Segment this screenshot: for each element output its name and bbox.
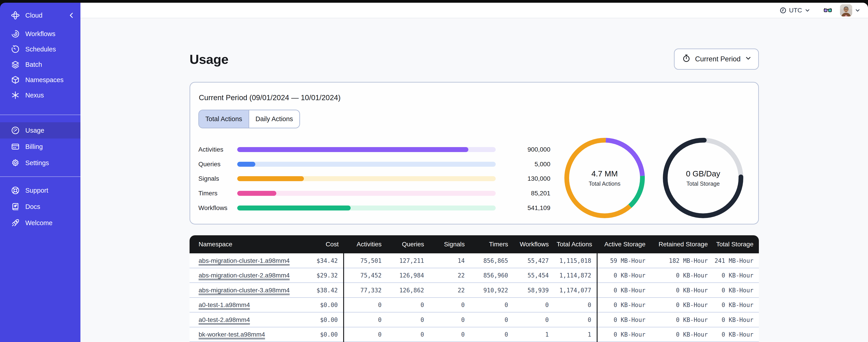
bar-track (237, 162, 496, 167)
namespace-link[interactable]: a0-test-2.a98mm4 (198, 316, 250, 324)
column-header-workflows: Workflows (514, 241, 554, 248)
donut-value: 0 GB/Day (686, 169, 720, 178)
sidebar-item-settings[interactable]: Settings (0, 155, 81, 171)
value-cell: 1,114,872 (554, 268, 597, 283)
sidebar-item-usage[interactable]: Usage (0, 122, 81, 138)
value-cell: 0 (514, 302, 554, 308)
sidebar-item-label: Usage (25, 127, 44, 134)
bar-fill (237, 176, 304, 181)
donut-value: 4.7 MM (591, 169, 618, 178)
bar-track (237, 176, 496, 181)
summary-donuts: 4.7 MM Total Actions 0 GB/Day Total Stor… (564, 128, 743, 218)
value-cell: 0 (344, 331, 387, 338)
sidebar-item-batch[interactable]: Batch (0, 57, 81, 72)
tab-total-actions[interactable]: Total Actions (199, 110, 249, 128)
total-actions-donut: 4.7 MM Total Actions (564, 138, 645, 218)
schedules-icon (11, 45, 20, 54)
sidebar-item-label: Batch (25, 61, 42, 68)
namespace-cell: abs-migration-cluster-2.a98mm4 (190, 272, 298, 279)
value-cell: $0.00 (298, 327, 344, 342)
value-cell: 77,332 (344, 287, 387, 294)
period-selector-button[interactable]: Current Period (674, 48, 759, 70)
column-header-namespace: Namespace (190, 241, 298, 248)
sidebar-item-support[interactable]: Support (0, 182, 81, 199)
value-cell: 22 (430, 272, 470, 279)
namespace-link[interactable]: abs-migration-cluster-1.a98mm4 (198, 257, 290, 266)
table-row: abs-migration-cluster-3.a98mm4$38.4277,3… (190, 283, 759, 298)
sidebar-item-label: Settings (25, 159, 49, 167)
value-cell: 0 (387, 316, 430, 323)
bar-label: Activities (198, 146, 237, 153)
chevron-down-icon (805, 8, 810, 13)
bar-value: 85,201 (496, 190, 550, 197)
bar-value: 541,109 (496, 204, 550, 212)
sidebar-item-welcome[interactable]: Welcome (0, 215, 81, 231)
value-cell: 55,427 (514, 258, 554, 264)
value-cell: 0 KB-Hour (713, 316, 759, 323)
clock-icon (780, 7, 786, 13)
bar-value: 900,000 (496, 146, 550, 153)
sidebar-item-namespaces[interactable]: Namespaces (0, 72, 81, 88)
table-row: abs-migration-cluster-2.a98mm4$29.3275,4… (190, 268, 759, 283)
bar-label: Queries (198, 161, 237, 168)
avatar[interactable] (840, 4, 852, 16)
timezone-selector[interactable]: UTC (780, 7, 810, 14)
table-row: a0-test-1.a98mm4$0.000000000 KB-Hour0 KB… (190, 298, 759, 313)
account-chevron-down-icon[interactable] (855, 8, 860, 13)
value-cell: 126,862 (387, 287, 430, 294)
usage-icon (11, 126, 20, 135)
value-cell: 1 (554, 327, 597, 342)
value-cell: 1,174,077 (554, 283, 597, 298)
namespace-cell: abs-migration-cluster-3.a98mm4 (190, 287, 298, 294)
page-title: Usage (190, 52, 228, 67)
sidebar-item-billing[interactable]: Billing (0, 138, 81, 155)
sidebar-item-workflows[interactable]: Workflows (0, 26, 81, 41)
namespace-link[interactable]: abs-migration-cluster-2.a98mm4 (198, 272, 290, 280)
column-header-queries: Queries (387, 241, 430, 248)
sidebar-item-label: Billing (25, 143, 43, 150)
tab-daily-actions[interactable]: Daily Actions (249, 110, 299, 128)
value-cell: 0 KB-Hour (597, 302, 651, 308)
bar-label: Signals (198, 175, 237, 182)
donut-label: Total Storage (686, 180, 719, 187)
collapse-sidebar-icon[interactable] (67, 11, 76, 20)
value-cell: 0 KB-Hour (651, 272, 713, 279)
namespace-link[interactable]: abs-migration-cluster-3.a98mm4 (198, 287, 290, 295)
value-cell: 0 (470, 331, 514, 338)
bar-fill (237, 191, 276, 196)
value-cell: 182 MB-Hour (651, 258, 713, 264)
period-selector-label: Current Period (695, 55, 741, 63)
value-cell: 0 (430, 316, 470, 323)
column-header-active-storage: Active Storage (597, 241, 651, 248)
column-header-signals: Signals (430, 241, 470, 248)
sidebar-brand-cloud[interactable]: Cloud (0, 6, 81, 24)
value-cell: $29.32 (298, 268, 344, 283)
usage-card-title: Current Period (09/01/2024 — 10/01/2024) (198, 93, 749, 102)
value-cell: 0 KB-Hour (597, 272, 651, 279)
value-cell: 0 KB-Hour (597, 316, 651, 323)
value-cell: 55,454 (514, 272, 554, 279)
timezone-label: UTC (789, 7, 802, 14)
actions-tab-group: Total ActionsDaily Actions (198, 110, 300, 128)
sidebar-item-label: Nexus (25, 92, 44, 99)
namespace-link[interactable]: a0-test-1.a98mm4 (198, 301, 250, 310)
value-cell: 126,984 (387, 272, 430, 279)
value-cell: 22 (430, 287, 470, 294)
value-cell: 0 KB-Hour (713, 272, 759, 279)
sidebar-item-schedules[interactable]: Schedules (0, 41, 81, 57)
bar-track (237, 191, 496, 196)
bar-fill (237, 147, 468, 152)
namespace-cell: a0-test-2.a98mm4 (190, 316, 298, 323)
bar-row-queries: Queries 5,000 (198, 157, 550, 172)
value-cell: 0 KB-Hour (651, 302, 713, 308)
sidebar-item-nexus[interactable]: Nexus (0, 88, 81, 103)
sidebar-item-label: Docs (25, 203, 40, 210)
feedback-glasses-icon[interactable] (824, 8, 832, 13)
value-cell: 0 KB-Hour (713, 302, 759, 308)
sidebar-item-docs[interactable]: Docs (0, 199, 81, 215)
total-storage-donut: 0 GB/Day Total Storage (663, 138, 743, 218)
namespace-link[interactable]: bk-worker-test.a98mm4 (198, 331, 265, 339)
bar-row-workflows: Workflows 541,109 (198, 201, 550, 215)
bar-label: Timers (198, 190, 237, 197)
value-cell: 0 KB-Hour (651, 287, 713, 294)
